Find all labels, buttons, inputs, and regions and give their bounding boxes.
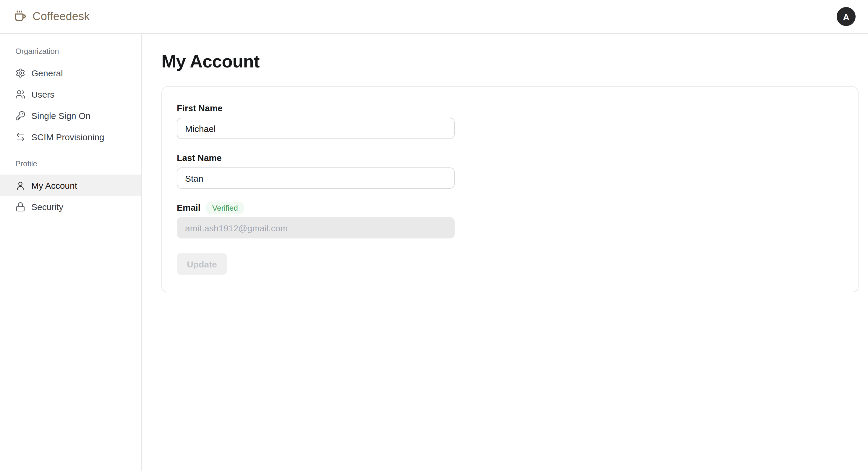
sidebar-item-label: Single Sign On [31, 110, 90, 120]
sidebar-section-gap [0, 147, 141, 157]
sidebar-item-security[interactable]: Security [0, 196, 141, 217]
first-name-label: First Name [177, 102, 223, 114]
avatar-initial: A [843, 11, 849, 22]
sidebar-item-label: SCIM Provisioning [31, 131, 104, 142]
avatar[interactable]: A [837, 7, 856, 26]
coffee-cup-icon [13, 10, 27, 23]
first-name-input[interactable] [177, 118, 455, 139]
sidebar-item-label: General [31, 68, 63, 78]
topbar: Coffeedesk A [0, 0, 868, 34]
page-title: My Account [161, 52, 859, 71]
first-name-field-group: First Name [177, 102, 843, 139]
brand-logo[interactable]: Coffeedesk [13, 10, 90, 23]
email-field-group: Email Verified [177, 202, 843, 238]
shell: Organization General [0, 34, 868, 471]
key-icon [16, 110, 25, 120]
user-icon [16, 180, 25, 190]
sidebar-section-profile: Profile [0, 157, 141, 171]
brand-name: Coffeedesk [33, 10, 90, 23]
sidebar-item-label: Security [31, 202, 63, 211]
sidebar-item-single-sign-on[interactable]: Single Sign On [0, 105, 141, 126]
sidebar-item-label: Users [31, 89, 54, 99]
main-content: My Account First Name Last Name [142, 34, 868, 471]
update-button[interactable]: Update [177, 253, 227, 275]
account-form-card: First Name Last Name Email Verified [161, 86, 859, 292]
last-name-label: Last Name [177, 152, 222, 164]
users-icon [16, 89, 25, 99]
sidebar-item-label: My Account [31, 180, 77, 190]
sidebar-item-users[interactable]: Users [0, 83, 141, 105]
sidebar-item-general[interactable]: General [0, 62, 141, 83]
sidebar-item-scim-provisioning[interactable]: SCIM Provisioning [0, 126, 141, 147]
gear-icon [16, 68, 25, 78]
last-name-field-group: Last Name [177, 152, 843, 189]
sidebar-section-organization: Organization [0, 45, 141, 59]
sidebar-item-my-account[interactable]: My Account [0, 175, 141, 196]
email-label: Email [177, 202, 200, 214]
last-name-input[interactable] [177, 168, 455, 189]
lock-icon [16, 202, 25, 211]
verified-badge: Verified [206, 202, 244, 214]
sidebar: Organization General [0, 34, 142, 471]
arrows-left-right-icon [16, 131, 25, 142]
email-input [177, 217, 455, 238]
app-root: Coffeedesk A Organization General [0, 0, 868, 471]
